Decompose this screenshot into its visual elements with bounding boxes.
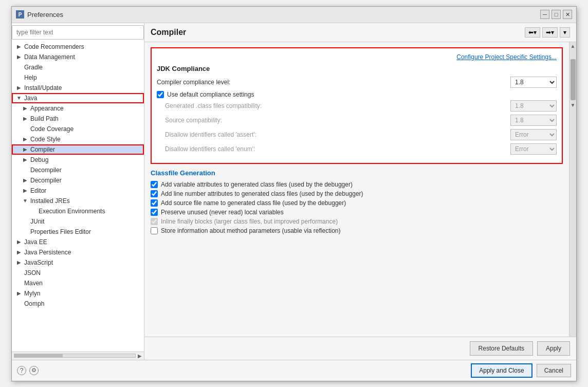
generated-class-row: Generated .class files compatibility: 1.… xyxy=(157,100,557,112)
disallow-assert-select[interactable]: Error Warning Ignore xyxy=(510,129,557,140)
content-body: Configure Project Specific Settings... J… xyxy=(144,42,569,337)
main-content: ▶ Code Recommenders ▶ Data Management Gr… xyxy=(12,23,576,360)
sidebar-item-label: Editor xyxy=(30,187,46,194)
arrow-icon: ▶ xyxy=(22,157,28,162)
sidebar-item-java-ee[interactable]: ▶ Java EE xyxy=(12,237,144,247)
inline-finally-checkbox xyxy=(151,218,158,225)
sidebar-item-mylyn[interactable]: ▶ Mylyn xyxy=(12,288,144,299)
content-area: Compiler ⬅▾ ➡▾ ▾ Configure Project Speci… xyxy=(144,23,576,360)
sidebar-item-label: Decompiler xyxy=(30,177,62,184)
disallow-enum-select[interactable]: Error Warning Ignore xyxy=(510,143,557,155)
sidebar-item-label: Code Coverage xyxy=(30,125,74,133)
sidebar-item-java[interactable]: ▼ Java xyxy=(12,93,144,103)
sidebar-item-javascript[interactable]: ▶ JavaScript xyxy=(12,257,144,268)
sidebar-item-execution-environments[interactable]: Execution Environments xyxy=(12,206,144,216)
sidebar-item-help[interactable]: Help xyxy=(12,72,144,83)
content-scrollbar[interactable]: ▲ ▼ xyxy=(569,42,576,337)
preserve-unused-label: Preserve unused (never read) local varia… xyxy=(161,209,284,216)
use-default-compliance-row: Use default compliance settings xyxy=(157,91,557,98)
sidebar-item-compiler[interactable]: ▶ Compiler xyxy=(12,144,144,155)
disallow-assert-label: Disallow identifiers called 'assert': xyxy=(157,131,510,138)
jdk-compliance-title: JDK Compliance xyxy=(157,65,557,72)
sidebar-item-debug[interactable]: ▶ Debug xyxy=(12,155,144,165)
content-footer: Restore Defaults Apply xyxy=(144,337,576,360)
preserve-unused-checkbox[interactable] xyxy=(151,209,158,216)
add-source-checkbox[interactable] xyxy=(151,199,158,207)
configure-project-link[interactable]: Configure Project Specific Settings... xyxy=(157,53,557,61)
store-info-checkbox[interactable] xyxy=(151,227,158,234)
preserve-unused-row: Preserve unused (never read) local varia… xyxy=(151,209,563,216)
maximize-button[interactable]: □ xyxy=(552,10,561,19)
classfile-generation-section: Classfile Generation Add variable attrib… xyxy=(151,169,563,234)
minimize-button[interactable]: ─ xyxy=(540,10,549,19)
add-variable-checkbox[interactable] xyxy=(151,181,158,188)
sidebar-item-label: Maven xyxy=(24,280,43,287)
compliance-level-select[interactable]: 1.8 1.7 1.6 9 10 11 xyxy=(510,77,557,88)
sidebar-item-json[interactable]: JSON xyxy=(12,268,144,278)
generated-class-select[interactable]: 1.8 xyxy=(510,100,557,112)
sidebar-item-gradle[interactable]: Gradle xyxy=(12,62,144,72)
sidebar-item-label: Java EE xyxy=(24,238,47,246)
arrow-icon: ▶ xyxy=(22,136,28,142)
help-icon[interactable]: ? xyxy=(17,366,26,375)
filter-input[interactable] xyxy=(12,25,144,40)
sidebar-item-label: Code Style xyxy=(30,136,61,143)
close-button[interactable]: ✕ xyxy=(563,10,572,19)
arrow-icon: ▶ xyxy=(22,177,28,183)
nav-forward-button[interactable]: ➡▾ xyxy=(542,27,558,38)
arrow-icon: ▼ xyxy=(16,95,22,101)
sidebar-item-editor[interactable]: ▶ Editor xyxy=(12,186,144,196)
content-title: Compiler xyxy=(151,28,186,37)
sidebar-item-label: Compiler xyxy=(30,146,55,153)
add-line-number-checkbox[interactable] xyxy=(151,190,158,197)
sidebar-item-label: Installed JREs xyxy=(30,197,70,205)
sidebar-item-data-management[interactable]: ▶ Data Management xyxy=(12,52,144,62)
sidebar-item-appearance[interactable]: ▶ Appearance xyxy=(12,103,144,114)
add-line-number-row: Add line number attributes to generated … xyxy=(151,190,563,197)
sidebar-item-label: Debug xyxy=(30,156,48,163)
apply-close-button[interactable]: Apply and Close xyxy=(471,363,532,378)
inline-finally-label: Inline finally blocks (larger class file… xyxy=(161,218,338,225)
sidebar-item-label: Appearance xyxy=(30,105,64,112)
compliance-level-row: Compiler compliance level: 1.8 1.7 1.6 9… xyxy=(157,77,557,88)
sidebar-item-java-persistence[interactable]: ▶ Java Persistence xyxy=(12,247,144,257)
content-with-scroll: Configure Project Specific Settings... J… xyxy=(144,42,576,337)
arrow-icon: ▶ xyxy=(22,188,28,193)
sidebar-item-code-style[interactable]: ▶ Code Style xyxy=(12,134,144,144)
sidebar-item-junit[interactable]: JUnit xyxy=(12,216,144,227)
sidebar-item-build-path[interactable]: ▶ Build Path xyxy=(12,114,144,124)
cancel-button[interactable]: Cancel xyxy=(537,364,571,377)
nav-menu-button[interactable]: ▾ xyxy=(560,27,570,38)
sidebar-item-label: Help xyxy=(24,74,37,81)
sidebar-item-properties-files-editor[interactable]: Properties Files Editor xyxy=(12,227,144,237)
sidebar-item-label: Decompiler xyxy=(30,167,62,174)
sidebar-item-label: JavaScript xyxy=(24,259,53,266)
sidebar-item-decompiler2[interactable]: ▶ Decompiler xyxy=(12,175,144,186)
arrow-icon: ▼ xyxy=(22,198,28,204)
add-variable-label: Add variable attributes to generated cla… xyxy=(161,181,353,188)
title-bar: P Preferences ─ □ ✕ xyxy=(12,7,576,23)
apply-button[interactable]: Apply xyxy=(537,341,570,356)
use-default-compliance-label: Use default compliance settings xyxy=(167,91,254,98)
sidebar-item-decompiler1[interactable]: Decompiler xyxy=(12,165,144,175)
source-compat-select[interactable]: 1.8 xyxy=(510,115,557,126)
restore-defaults-button[interactable]: Restore Defaults xyxy=(470,341,533,356)
sidebar-item-label: JSON xyxy=(24,269,41,277)
settings-icon[interactable]: ⚙ xyxy=(29,366,39,375)
sidebar-item-maven[interactable]: Maven xyxy=(12,278,144,288)
sidebar-item-code-coverage[interactable]: Code Coverage xyxy=(12,124,144,134)
preferences-window: P Preferences ─ □ ✕ ▶ Code Recommenders xyxy=(11,6,577,381)
arrow-icon: ▶ xyxy=(16,249,22,255)
sidebar-item-label: Install/Update xyxy=(24,84,62,91)
add-line-number-label: Add line number attributes to generated … xyxy=(161,190,363,197)
sidebar-item-installed-jres[interactable]: ▼ Installed JREs xyxy=(12,196,144,206)
sidebar-item-oomph[interactable]: Oomph xyxy=(12,299,144,309)
sidebar-item-install-update[interactable]: ▶ Install/Update xyxy=(12,83,144,93)
sidebar-item-label: Mylyn xyxy=(24,290,40,297)
scrollbar-thumb[interactable] xyxy=(571,59,576,100)
sidebar-item-code-recommenders[interactable]: ▶ Code Recommenders xyxy=(12,42,144,52)
sidebar-item-label: Data Management xyxy=(24,53,75,61)
sidebar-item-label: Execution Environments xyxy=(39,208,105,215)
use-default-compliance-checkbox[interactable] xyxy=(157,91,164,98)
nav-back-button[interactable]: ⬅▾ xyxy=(525,27,540,38)
